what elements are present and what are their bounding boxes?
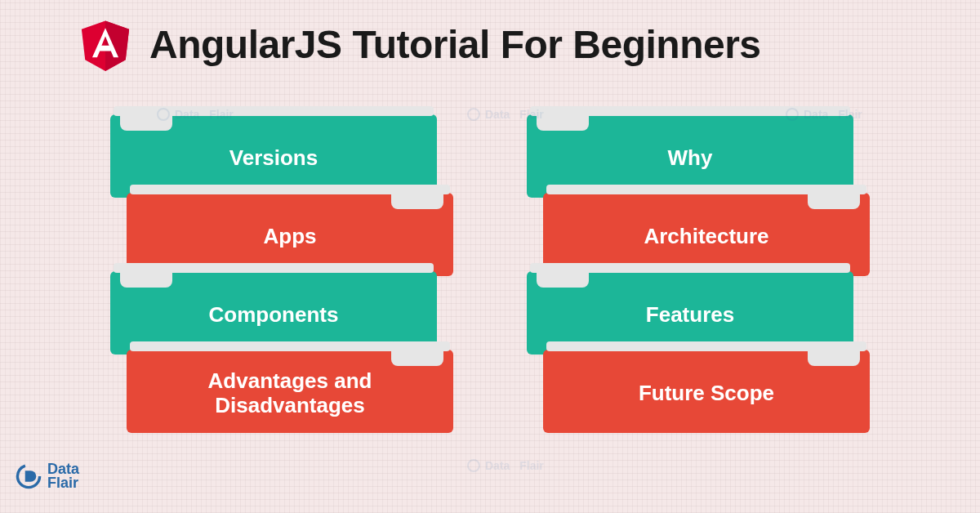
page-title: AngularJS Tutorial For Beginners [149,22,761,67]
watermark-icon: Data Flair [466,457,544,474]
topic-label: Future Scope [622,381,791,406]
topic-label: Why [652,146,729,171]
topic-label: Apps [247,225,333,249]
topic-label: Advantages and Disadvantages [127,369,453,418]
right-column: Why Architecture Features Future Scope [527,114,870,433]
brand-text: Data Flair [47,462,79,490]
watermark-icon: Data Flair [155,106,234,123]
svg-point-4 [468,109,479,120]
folder-tab-icon [120,263,172,288]
angular-logo-icon [78,15,133,74]
topic-card-future-scope: Future Scope [543,350,870,433]
topic-columns: Versions Apps Components Advantages and … [0,114,980,433]
watermark-icon: Data Flair [784,106,862,123]
dataflair-logo: Data Flair [15,462,79,490]
folder-tab-icon [391,341,443,366]
left-column: Versions Apps Components Advantages and … [110,114,453,433]
topic-label: Components [193,303,355,328]
topic-label: Versions [213,146,334,171]
dataflair-icon [15,462,42,490]
topic-label: Architecture [627,225,785,249]
folder-tab-icon [537,263,589,288]
brand-line2: Flair [47,476,79,490]
svg-point-5 [786,109,798,120]
svg-point-3 [158,109,169,120]
folder-tab-icon [808,185,860,209]
folder-tab-icon [391,185,443,209]
folder-tab-icon [808,341,860,366]
header: AngularJS Tutorial For Beginners [0,0,980,74]
watermark-icon: Data Flair [466,106,544,123]
topic-label: Features [630,303,751,328]
svg-point-6 [468,460,479,471]
folder-tab-icon [537,106,589,131]
topic-card-advantages: Advantages and Disadvantages [127,350,453,433]
